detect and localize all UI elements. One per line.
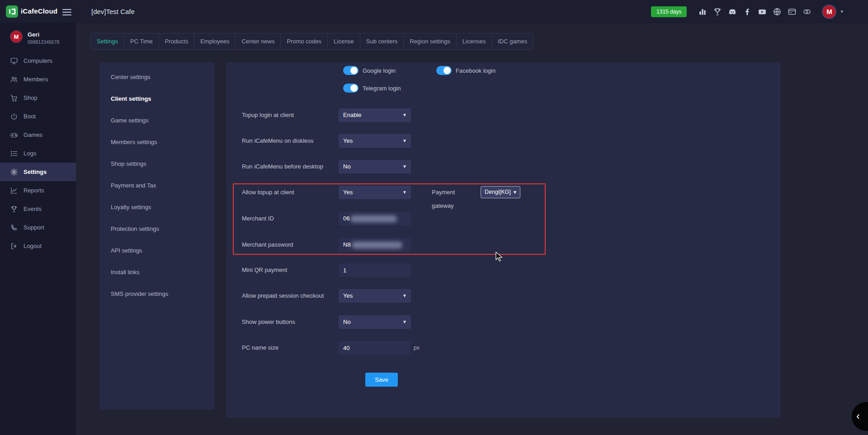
subnav-shop-settings[interactable]: Shop settings (99, 153, 215, 175)
youtube-icon[interactable] (757, 6, 768, 17)
subnav-loyalty-settings[interactable]: Loyalty settings (99, 196, 215, 218)
icafemenu-diskless-select[interactable]: Yes ▼ (339, 134, 411, 148)
tab-region-settings[interactable]: Region settings (403, 33, 457, 50)
sidebar-item-logout[interactable]: Logout (0, 237, 76, 255)
power-buttons-select[interactable]: No ▼ (339, 315, 411, 329)
chevron-down-icon: ▼ (402, 186, 407, 199)
sidebar-item-shop[interactable]: Shop (0, 89, 76, 107)
merchant-id-input[interactable]: 06 (339, 212, 411, 225)
telegram-login-toggle[interactable] (343, 84, 359, 93)
facebook-icon[interactable] (742, 6, 753, 17)
chevron-left-icon: ‹ (856, 410, 860, 422)
tab-center-news[interactable]: Center news (235, 33, 281, 50)
login-toggles-row-2: Telegram login (226, 84, 781, 97)
sidebar-item-boot[interactable]: Boot (0, 107, 76, 126)
sidebar-item-games[interactable]: Games (0, 126, 76, 144)
icafemenu-diskless-value: Yes (343, 137, 353, 144)
topbar: iCafeCloud [dev]Test Cafe 1315 days M ▾ (0, 0, 868, 23)
facebook-login-toggle[interactable] (436, 66, 452, 75)
merchant-password-row: Merchant password N8 (226, 238, 781, 252)
users-icon (10, 75, 18, 84)
tab-sub-centers[interactable]: Sub centers (360, 33, 404, 50)
google-login-toggle[interactable] (343, 66, 359, 75)
tab-license[interactable]: License (327, 33, 360, 50)
prepaid-checkout-select[interactable]: Yes ▼ (339, 289, 411, 303)
topup-login-select[interactable]: Enable ▼ (339, 108, 411, 122)
profile-name: Geri (28, 31, 39, 38)
user-avatar[interactable]: M (822, 5, 836, 19)
tab-pc-time[interactable]: PC Time (124, 33, 159, 50)
subnav-game-settings[interactable]: Game settings (99, 110, 215, 131)
subnav-payment-and-tax[interactable]: Payment and Tax (99, 175, 215, 196)
prepaid-checkout-label: Allow prepaid session checkout (242, 289, 338, 303)
chart-icon[interactable] (697, 6, 708, 17)
payment-gateway-label: Payment gateway (432, 186, 477, 213)
cart-icon (10, 94, 18, 102)
sidebar-item-label: Members (24, 76, 48, 83)
pc-name-size-input[interactable] (339, 341, 411, 355)
allow-topup-value: Yes (343, 189, 353, 196)
tab-settings[interactable]: Settings (90, 33, 124, 50)
discord-icon[interactable] (727, 6, 738, 17)
monitor-icon (10, 57, 18, 65)
payment-gateway-value: Dengi[KG] (485, 189, 511, 195)
tab-promo-codes[interactable]: Promo codes (280, 33, 328, 50)
subnav-install-links[interactable]: Install links (99, 262, 215, 283)
power-icon (10, 112, 18, 121)
chart-line-icon (10, 187, 18, 195)
days-badge[interactable]: 1315 days (651, 6, 687, 17)
chevron-down-icon[interactable]: ▾ (840, 9, 843, 14)
collapse-fab[interactable]: ‹ (852, 402, 868, 431)
tab-employees[interactable]: Employees (194, 33, 236, 50)
allow-topup-label: Allow topup at client (242, 186, 338, 199)
brand-name: iCafeCloud (21, 7, 57, 15)
subnav-api-settings[interactable]: API settings (99, 240, 215, 262)
logout-icon (10, 242, 18, 250)
icafemenu-desktop-select[interactable]: No ▼ (339, 160, 411, 173)
subnav-center-settings[interactable]: Center settings (99, 66, 215, 88)
sidebar-item-label: Boot (24, 113, 36, 120)
chevron-down-icon: ▼ (402, 289, 407, 303)
merchant-password-input[interactable]: N8 (339, 238, 411, 252)
profile-avatar: M (10, 30, 23, 43)
sidebar-item-reports[interactable]: Reports (0, 181, 76, 200)
sidebar-item-members[interactable]: Members (0, 70, 76, 89)
payment-gateway-select[interactable]: Dengi[KG] ▼ (481, 186, 520, 198)
icafemenu-diskless-label: Run iCafeMenu on diskless (242, 134, 338, 148)
sidebar-item-label: Shop (24, 94, 37, 101)
merchant-id-value: 06 (343, 212, 349, 225)
subnav-client-settings[interactable]: Client settings (99, 88, 215, 110)
sidebar-item-settings[interactable]: Settings (0, 163, 76, 181)
chevron-down-icon: ▼ (402, 315, 407, 329)
sidebar-item-logs[interactable]: Logs (0, 144, 76, 163)
billing-icon[interactable] (787, 6, 797, 17)
gear-icon (10, 168, 18, 176)
partners-icon[interactable] (802, 6, 812, 17)
icafemenu-diskless-row: Run iCafeMenu on diskless Yes ▼ (226, 134, 781, 148)
tab-products[interactable]: Products (159, 33, 194, 50)
sidebar-item-label: Logs (24, 150, 36, 157)
trophy-icon[interactable] (712, 6, 723, 17)
sidebar-item-label: Support (24, 224, 44, 231)
facebook-login-label: Facebook login (456, 67, 495, 74)
subnav-protection-settings[interactable]: Protection settings (99, 218, 215, 240)
chevron-down-icon: ▼ (402, 160, 407, 173)
save-button[interactable]: Save (365, 373, 398, 387)
subnav-members-settings[interactable]: Members settings (99, 131, 215, 153)
blurred-text (352, 242, 402, 248)
tab-licenses[interactable]: Licenses (456, 33, 492, 50)
merchant-id-label: Merchant ID (242, 212, 338, 225)
globe-icon[interactable] (772, 6, 783, 17)
sidebar-item-support[interactable]: Support (0, 218, 76, 237)
hamburger-menu-icon[interactable] (62, 7, 71, 15)
allow-topup-select[interactable]: Yes ▼ (339, 186, 411, 199)
subnav-sms-provider-settings[interactable]: SMS provider settings (99, 283, 215, 305)
sidebar-item-computers[interactable]: Computers (0, 51, 76, 70)
sidebar-item-events[interactable]: Events (0, 200, 76, 218)
mini-qr-row: Mini QR payment (226, 263, 781, 277)
mini-qr-input[interactable] (339, 263, 411, 277)
allow-topup-row: Allow topup at client Yes ▼ Payment gate… (226, 186, 781, 199)
tab-idc-games[interactable]: IDC games (491, 33, 533, 50)
sidebar-item-label: Events (24, 206, 42, 212)
telegram-login-item: Telegram login (343, 84, 401, 93)
